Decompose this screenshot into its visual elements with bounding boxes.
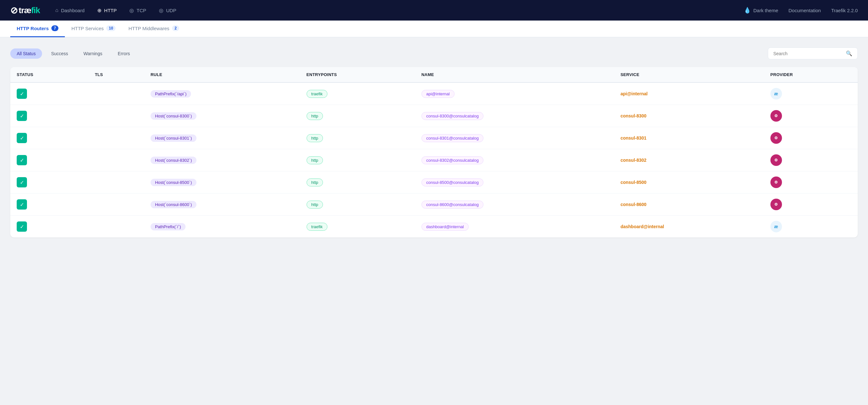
service-label: api@internal — [620, 91, 648, 96]
cell-entrypoints: http — [300, 149, 415, 172]
provider-internal-icon: æ — [770, 221, 782, 232]
entrypoint-pill: http — [307, 134, 323, 142]
nav-tcp[interactable]: ◎ TCP — [124, 5, 151, 16]
cell-rule: Host(`consul-8500`) — [144, 172, 300, 193]
provider-consul-icon: ⚙ — [770, 199, 782, 210]
entrypoint-pill: traefik — [307, 223, 328, 231]
cell-provider: æ — [764, 216, 858, 238]
services-count-badge: 10 — [106, 25, 116, 31]
provider-consul-icon: ⚙ — [770, 110, 782, 122]
cell-name: consul-8500@consulcatalog — [415, 172, 614, 193]
filter-errors[interactable]: Errors — [112, 49, 136, 59]
table-row[interactable]: ✓PathPrefix(`/`)traefikdashboard@interna… — [10, 216, 858, 238]
cell-status: ✓ — [10, 83, 88, 105]
entrypoint-pill: traefik — [307, 90, 328, 98]
filter-all-status[interactable]: All Status — [10, 49, 42, 59]
cell-name: dashboard@internal — [415, 216, 614, 238]
name-pill: dashboard@internal — [422, 223, 469, 231]
table-row[interactable]: ✓Host(`consul-8600`)httpconsul-8600@cons… — [10, 193, 858, 216]
table-row[interactable]: ✓Host(`consul-8301`)httpconsul-8301@cons… — [10, 127, 858, 149]
cell-rule: PathPrefix(`/api`) — [144, 83, 300, 105]
routers-table: Status TLS Rule Entrypoints Name Service… — [10, 67, 858, 238]
theme-icon: 💧 — [744, 7, 751, 14]
nav-dashboard[interactable]: ⌂ Dashboard — [50, 5, 90, 16]
rule-pill: Host(`consul-8301`) — [151, 134, 196, 142]
cell-name: consul-8301@consulcatalog — [415, 127, 614, 149]
cell-service: consul-8302 — [614, 149, 764, 172]
col-rule: Rule — [144, 67, 300, 83]
service-label: consul-8302 — [620, 158, 647, 163]
cell-provider: ⚙ — [764, 193, 858, 216]
status-check-icon: ✓ — [17, 111, 27, 121]
filter-success[interactable]: Success — [44, 49, 74, 59]
cell-name: api@internal — [415, 83, 614, 105]
docs-link[interactable]: Documentation — [788, 8, 821, 13]
theme-toggle[interactable]: 💧 Dark theme — [744, 7, 778, 14]
cell-tls — [88, 149, 144, 172]
cell-service: consul-8300 — [614, 105, 764, 127]
filter-warnings[interactable]: Warnings — [77, 49, 109, 59]
brand-icon: ⊘ — [10, 5, 17, 16]
provider-consul-icon: ⚙ — [770, 154, 782, 166]
cell-name: consul-8302@consulcatalog — [415, 149, 614, 172]
name-pill: consul-8302@consulcatalog — [422, 156, 484, 164]
status-check-icon: ✓ — [17, 155, 27, 165]
http-icon: ⊕ — [97, 7, 101, 13]
entrypoint-pill: http — [307, 156, 323, 164]
status-check-icon: ✓ — [17, 221, 27, 232]
middlewares-count-badge: 2 — [172, 25, 180, 31]
search-box[interactable]: 🔍 — [768, 48, 858, 59]
cell-status: ✓ — [10, 216, 88, 238]
cell-status: ✓ — [10, 172, 88, 193]
entrypoint-pill: http — [307, 179, 323, 186]
name-pill: consul-8300@consulcatalog — [422, 112, 484, 120]
status-check-icon: ✓ — [17, 133, 27, 143]
cell-status: ✓ — [10, 127, 88, 149]
search-icon: 🔍 — [846, 51, 852, 57]
cell-provider: ⚙ — [764, 127, 858, 149]
table-row[interactable]: ✓Host(`consul-8302`)httpconsul-8302@cons… — [10, 149, 858, 172]
search-input[interactable] — [773, 51, 843, 56]
cell-name: consul-8300@consulcatalog — [415, 105, 614, 127]
status-check-icon: ✓ — [17, 199, 27, 210]
col-tls: TLS — [88, 67, 144, 83]
cell-entrypoints: traefik — [300, 83, 415, 105]
cell-tls — [88, 216, 144, 238]
tab-http-routers[interactable]: HTTP Routers 7 — [10, 20, 65, 37]
rule-pill: Host(`consul-8300`) — [151, 112, 196, 120]
col-status: Status — [10, 67, 88, 83]
table-row[interactable]: ✓Host(`consul-8500`)httpconsul-8500@cons… — [10, 172, 858, 193]
cell-rule: PathPrefix(`/`) — [144, 216, 300, 238]
home-icon: ⌂ — [55, 7, 58, 13]
tab-http-middlewares[interactable]: HTTP Middlewares 2 — [122, 20, 186, 37]
tab-http-services[interactable]: HTTP Services 10 — [65, 20, 122, 37]
provider-consul-icon: ⚙ — [770, 132, 782, 144]
navbar: ⊘ træfik ⌂ Dashboard ⊕ HTTP ◎ TCP ◎ UDP … — [0, 0, 868, 21]
cell-rule: Host(`consul-8600`) — [144, 193, 300, 216]
tcp-icon: ◎ — [129, 7, 134, 13]
brand-name: træfik — [19, 5, 40, 15]
navbar-right: 💧 Dark theme Documentation Traefik 2.2.0 — [744, 7, 858, 14]
provider-consul-icon: ⚙ — [770, 177, 782, 188]
cell-service: consul-8600 — [614, 193, 764, 216]
cell-tls — [88, 83, 144, 105]
nav-udp[interactable]: ◎ UDP — [154, 5, 181, 16]
provider-internal-icon: æ — [770, 88, 782, 99]
table-container: Status TLS Rule Entrypoints Name Service… — [10, 67, 858, 238]
nav-http[interactable]: ⊕ HTTP — [92, 5, 122, 16]
name-pill: api@internal — [422, 90, 455, 98]
nav-links: ⌂ Dashboard ⊕ HTTP ◎ TCP ◎ UDP — [50, 5, 733, 16]
rule-pill: Host(`consul-8500`) — [151, 179, 196, 186]
service-label: consul-8301 — [620, 135, 647, 141]
col-name: Name — [415, 67, 614, 83]
service-label: consul-8600 — [620, 202, 647, 207]
table-row[interactable]: ✓Host(`consul-8300`)httpconsul-8300@cons… — [10, 105, 858, 127]
cell-entrypoints: http — [300, 127, 415, 149]
entrypoint-pill: http — [307, 112, 323, 120]
table-header-row: Status TLS Rule Entrypoints Name Service… — [10, 67, 858, 83]
brand-logo[interactable]: ⊘ træfik — [10, 5, 40, 16]
cell-entrypoints: traefik — [300, 216, 415, 238]
cell-service: consul-8301 — [614, 127, 764, 149]
table-row[interactable]: ✓PathPrefix(`/api`)traefikapi@internalap… — [10, 83, 858, 105]
rule-pill: Host(`consul-8302`) — [151, 157, 196, 164]
